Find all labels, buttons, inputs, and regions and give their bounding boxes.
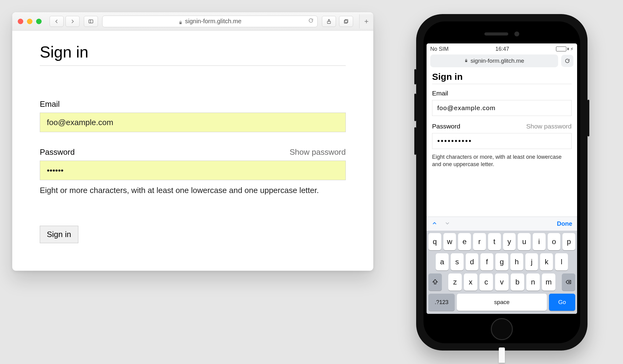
key-r[interactable]: r [473,233,486,250]
zoom-window-button[interactable] [36,19,42,24]
home-button[interactable] [491,318,513,340]
space-key[interactable]: space [457,294,547,311]
key-o[interactable]: o [548,233,561,250]
lock-icon [178,19,183,24]
password-field-block: Password Show password Eight or more cha… [40,147,346,195]
email-field-block: Email [432,90,572,116]
password-label: Password [40,147,75,157]
clock: 16:47 [495,46,509,52]
key-h[interactable]: h [510,253,523,270]
email-input[interactable] [40,113,346,132]
page-title: Sign in [432,72,572,82]
signin-button[interactable]: Sign in [40,226,78,243]
key-w[interactable]: w [443,233,456,250]
password-input[interactable] [40,161,346,180]
mobile-page-content: Sign in Email Password Show password Eig… [427,70,577,178]
new-tab-button[interactable]: + [359,14,373,28]
key-j[interactable]: j [525,253,538,270]
volume-down-button [414,127,416,155]
divider [432,84,572,84]
key-e[interactable]: e [458,233,471,250]
minimize-window-button[interactable] [27,19,32,24]
mute-switch [414,69,416,84]
key-g[interactable]: g [495,253,508,270]
url-host: signin-form.glitch.me [185,18,242,25]
earpiece [484,32,508,35]
password-label: Password [432,123,460,130]
mobile-reload-button[interactable] [561,55,573,67]
lightning-cable [499,347,505,363]
mobile-address-bar[interactable]: signin-form.glitch.me [430,54,558,67]
reload-icon[interactable] [308,18,314,25]
key-d[interactable]: d [466,253,479,270]
shift-key[interactable] [428,273,442,291]
page-content: Sign in Email Password Show password Eig… [12,31,373,271]
form-next-button[interactable] [444,220,450,228]
mobile-address-row: signin-form.glitch.me [427,54,577,70]
backspace-key[interactable] [562,273,575,291]
onscreen-keyboard: qwertyuiop asdfghjkl zxcvbnm .?123 space… [427,231,577,314]
key-z[interactable]: z [448,273,462,291]
safari-window: signin-form.glitch.me + Sign in Email Pa… [12,12,373,271]
key-f[interactable]: f [480,253,493,270]
password-hint: Eight or more characters, with at least … [40,186,346,195]
sidebar-toggle-button[interactable] [84,16,98,27]
keyboard-row-4: .?123 space Go [428,294,575,311]
email-field-block: Email [40,99,346,132]
divider [40,65,346,66]
key-t[interactable]: t [488,233,501,250]
svg-rect-0 [89,20,93,23]
keyboard-accessory-bar: Done [427,217,577,231]
key-m[interactable]: m [542,273,555,291]
safari-toolbar: signin-form.glitch.me + [12,12,373,31]
password-hint: Eight characters or more, with at least … [432,153,572,168]
email-label: Email [40,99,346,109]
numbers-key[interactable]: .?123 [428,294,455,311]
key-i[interactable]: i [533,233,546,250]
key-n[interactable]: n [526,273,540,291]
key-x[interactable]: x [464,273,477,291]
back-button[interactable] [50,16,64,27]
tabs-button[interactable] [339,16,353,27]
key-c[interactable]: c [479,273,493,291]
iphone-screen: No SIM 16:47 ⚡︎ signin-form.glitch.me [427,43,577,314]
front-camera [514,32,519,36]
share-button[interactable] [322,16,336,27]
mobile-url-host: signin-form.glitch.me [471,58,524,64]
address-bar[interactable]: signin-form.glitch.me [102,16,318,27]
key-u[interactable]: u [518,233,531,250]
password-input[interactable] [432,133,572,149]
svg-rect-3 [345,20,348,23]
charging-icon: ⚡︎ [570,46,573,51]
status-bar: No SIM 16:47 ⚡︎ [427,43,577,54]
power-button [588,100,589,136]
key-p[interactable]: p [562,233,575,250]
key-y[interactable]: y [503,233,516,250]
password-field-block: Password Show password Eight characters … [432,123,572,168]
volume-up-button [414,94,416,121]
form-prev-button[interactable] [431,220,438,228]
key-s[interactable]: s [451,253,464,270]
keyboard-done-button[interactable]: Done [557,220,572,227]
show-password-toggle[interactable]: Show password [526,123,572,130]
iphone-device: No SIM 16:47 ⚡︎ signin-form.glitch.me [416,14,588,351]
key-v[interactable]: v [495,273,509,291]
battery-indicator: ⚡︎ [556,46,573,51]
keyboard-row-1: qwertyuiop [428,233,575,250]
lock-icon [464,58,468,64]
key-b[interactable]: b [511,273,524,291]
key-a[interactable]: a [436,253,449,270]
forward-button[interactable] [65,16,80,27]
show-password-toggle[interactable]: Show password [289,147,346,157]
close-window-button[interactable] [18,19,23,24]
key-l[interactable]: l [555,253,568,270]
keyboard-row-3: zxcvbnm [428,273,575,291]
carrier-label: No SIM [430,46,449,52]
email-input[interactable] [432,100,572,116]
go-key[interactable]: Go [549,294,575,311]
key-q[interactable]: q [428,233,441,250]
email-label: Email [432,90,572,97]
page-title: Sign in [40,43,346,61]
keyboard-row-2: asdfghjkl [428,253,575,270]
key-k[interactable]: k [540,253,553,270]
